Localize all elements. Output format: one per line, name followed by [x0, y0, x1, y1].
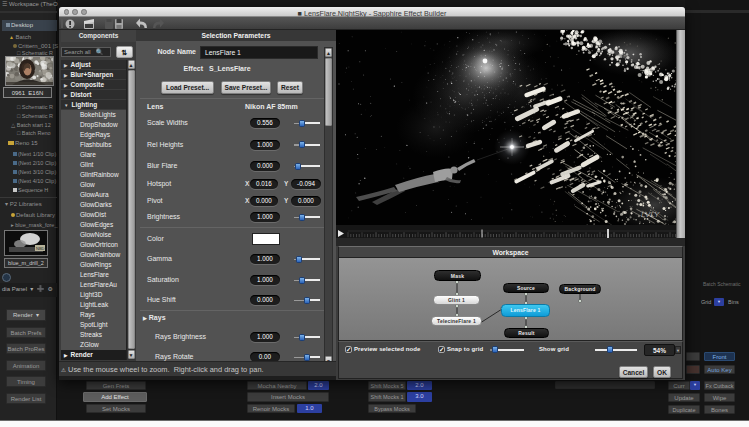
svg-text:LVLY: LVLY [641, 210, 660, 219]
svg-text:NBD: NBD [36, 246, 45, 251]
